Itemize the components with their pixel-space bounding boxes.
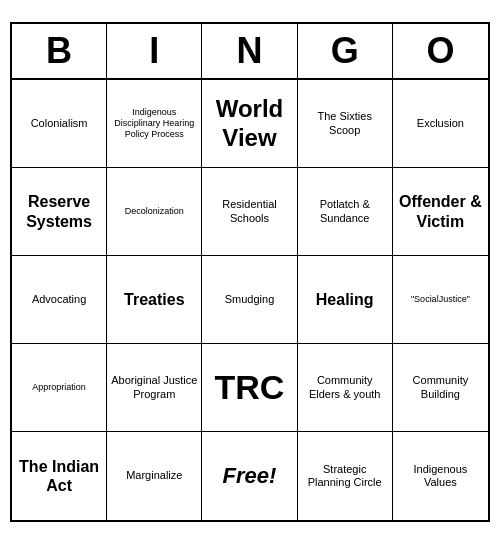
bingo-letter: O xyxy=(393,24,488,78)
bingo-cell: Potlatch & Sundance xyxy=(298,168,393,256)
bingo-cell: Aboriginal Justice Program xyxy=(107,344,202,432)
bingo-cell: Appropriation xyxy=(12,344,107,432)
bingo-cell: Community Building xyxy=(393,344,488,432)
bingo-cell: Healing xyxy=(298,256,393,344)
bingo-cell: Treaties xyxy=(107,256,202,344)
bingo-grid: ColonialismIndigenous Disciplinary Heari… xyxy=(12,80,488,520)
bingo-cell: Marginalize xyxy=(107,432,202,520)
bingo-cell: Indigenous Values xyxy=(393,432,488,520)
bingo-cell: Reserve Systems xyxy=(12,168,107,256)
bingo-cell: Smudging xyxy=(202,256,297,344)
bingo-letter: I xyxy=(107,24,202,78)
bingo-cell: The Sixties Scoop xyxy=(298,80,393,168)
bingo-cell: World View xyxy=(202,80,297,168)
bingo-cell: Community Elders & youth xyxy=(298,344,393,432)
bingo-header: BINGO xyxy=(12,24,488,80)
bingo-cell: "SocialJustice" xyxy=(393,256,488,344)
bingo-letter: G xyxy=(298,24,393,78)
bingo-cell: The Indian Act xyxy=(12,432,107,520)
bingo-cell: Free! xyxy=(202,432,297,520)
bingo-cell: Strategic Planning Circle xyxy=(298,432,393,520)
bingo-card: BINGO ColonialismIndigenous Disciplinary… xyxy=(10,22,490,522)
bingo-letter: N xyxy=(202,24,297,78)
bingo-cell: Indigenous Disciplinary Hearing Policy P… xyxy=(107,80,202,168)
bingo-cell: Advocating xyxy=(12,256,107,344)
bingo-cell: Exclusion xyxy=(393,80,488,168)
bingo-letter: B xyxy=(12,24,107,78)
bingo-cell: Colonialism xyxy=(12,80,107,168)
bingo-cell: Residential Schools xyxy=(202,168,297,256)
bingo-cell: Decolonization xyxy=(107,168,202,256)
bingo-cell: TRC xyxy=(202,344,297,432)
bingo-cell: Offender & Victim xyxy=(393,168,488,256)
